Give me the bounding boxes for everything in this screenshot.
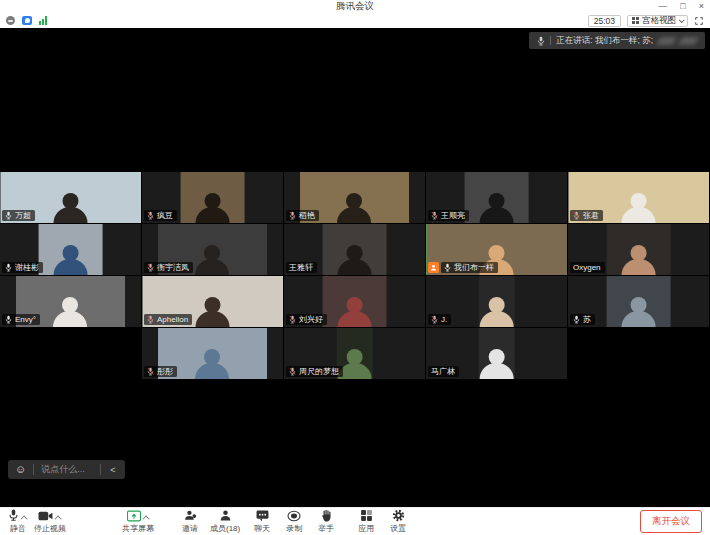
mic-muted-icon — [147, 367, 154, 376]
participant-tile[interactable]: 王雅轩 — [284, 224, 425, 275]
participant-name: 王顺亮 — [441, 211, 465, 220]
participant-label: 万超 — [2, 210, 35, 221]
participant-tile[interactable]: 疯豆 — [142, 172, 283, 223]
emoji-icon[interactable]: ☺ — [15, 460, 26, 479]
mic-muted-icon — [573, 211, 580, 220]
participant-label: 刘兴好 — [286, 314, 327, 325]
mic-muted-icon — [431, 211, 438, 220]
silhouette-body — [621, 311, 655, 327]
participant-label: 我们布一样 — [428, 262, 498, 273]
chat-button[interactable]: 聊天 — [254, 510, 270, 533]
silhouette-body — [621, 259, 655, 275]
participant-tile[interactable]: Oxygen — [568, 224, 709, 275]
participant-tile[interactable]: 彤彤 — [142, 328, 283, 379]
participant-name: 疯豆 — [157, 211, 173, 220]
participant-tile[interactable]: 谢桂彬 — [0, 224, 141, 275]
video-feed — [478, 276, 515, 327]
meeting-header-bar: 25:03 宫格视图 — [0, 13, 710, 28]
video-feed — [478, 328, 515, 379]
participant-tile[interactable]: 王顺亮 — [426, 172, 567, 223]
network-signal-icon[interactable] — [39, 16, 47, 25]
participant-label: Oxygen — [570, 262, 605, 273]
participant-name: 万超 — [15, 211, 31, 220]
host-badge-icon — [428, 262, 439, 273]
silhouette-body — [337, 259, 371, 275]
participant-name: 衡宇洁凤 — [157, 263, 189, 272]
blurred-name — [678, 37, 699, 45]
record-button[interactable]: 录制 — [286, 510, 302, 533]
chevron-down-icon — [679, 17, 685, 23]
window-controls: — □ × — [658, 0, 704, 13]
participant-tile[interactable]: Aphelion — [142, 276, 283, 327]
security-shield-icon[interactable] — [22, 16, 32, 25]
participant-tile[interactable]: 刘兴好 — [284, 276, 425, 327]
close-button[interactable]: × — [699, 0, 704, 13]
participant-label: 谢桂彬 — [2, 262, 43, 273]
invite-button[interactable]: 邀请 — [182, 510, 198, 533]
silhouette-body — [479, 207, 513, 223]
participant-tile[interactable]: 张君 — [568, 172, 709, 223]
mic-on-icon — [5, 263, 12, 272]
stop-video-button[interactable]: 停止视频 — [34, 510, 66, 533]
blurred-name — [656, 37, 677, 45]
members-button[interactable]: 成员(18) — [210, 510, 240, 533]
participant-name: 周尺的梦想 — [299, 367, 339, 376]
chat-input[interactable]: 说点什么... — [41, 463, 93, 476]
meeting-info-icon[interactable] — [6, 16, 15, 25]
silhouette-body — [195, 207, 229, 223]
video-feed — [180, 172, 245, 223]
share-screen-button[interactable]: 共享屏幕 — [122, 510, 154, 533]
silhouette-body — [480, 363, 514, 379]
collapse-chat-button[interactable]: < — [108, 465, 117, 475]
video-stage: 正在讲话: 我们布一样; 苏; 万超 — [0, 28, 710, 507]
video-feed — [606, 224, 671, 275]
participant-label: 稻艳 — [286, 210, 319, 221]
speaking-status-text: 正在讲话: 我们布一样; 苏; — [556, 35, 653, 47]
silhouette-body — [196, 311, 230, 327]
fullscreen-icon[interactable] — [694, 16, 704, 26]
participant-tile[interactable]: 衡宇洁凤 — [142, 224, 283, 275]
participant-name: 张君 — [583, 211, 599, 220]
participant-tile[interactable]: 万超 — [0, 172, 141, 223]
video-feed — [464, 172, 529, 223]
settings-button[interactable]: 设置 — [390, 510, 406, 533]
participant-name: 我们布一样 — [454, 263, 494, 272]
participant-label: 周尺的梦想 — [286, 366, 343, 377]
participant-name: 稻艳 — [299, 211, 315, 220]
participant-tile[interactable]: 我们布一样 — [426, 224, 567, 275]
apps-button[interactable]: 应用 — [358, 510, 374, 533]
participant-tile[interactable]: 苏 — [568, 276, 709, 327]
raise-hand-button[interactable]: 举手 — [318, 510, 334, 533]
participant-label: 苏 — [570, 314, 595, 325]
mic-muted-icon — [147, 263, 154, 272]
chevron-up-icon[interactable] — [142, 515, 149, 522]
participant-name: 彤彤 — [157, 367, 173, 376]
participant-tile[interactable]: 稻艳 — [284, 172, 425, 223]
video-feed — [322, 224, 387, 275]
mic-muted-icon — [147, 315, 154, 324]
participant-tile[interactable]: J. — [426, 276, 567, 327]
mic-on-icon — [5, 211, 12, 220]
participant-label: 王雅轩 — [286, 262, 317, 273]
mute-button[interactable]: 静音 — [8, 510, 28, 533]
participant-name: 刘兴好 — [299, 315, 323, 324]
window-title: 腾讯会议 — [336, 0, 374, 13]
leave-meeting-button[interactable]: 离开会议 — [640, 510, 702, 533]
maximize-button[interactable]: □ — [680, 0, 685, 13]
chat-quick-bar: ☺ 说点什么... < — [8, 460, 125, 479]
mic-icon — [537, 36, 545, 46]
view-mode-selector[interactable]: 宫格视图 — [627, 15, 688, 27]
silhouette-body — [53, 259, 87, 275]
meeting-timer: 25:03 — [588, 15, 621, 27]
participant-tile[interactable]: Envy° — [0, 276, 141, 327]
chevron-up-icon[interactable] — [55, 515, 62, 522]
mic-muted-icon — [289, 367, 296, 376]
mic-on-icon — [573, 315, 580, 324]
minimize-button[interactable]: — — [658, 0, 667, 13]
mic-muted-icon — [289, 315, 296, 324]
participant-tile[interactable]: 周尺的梦想 — [284, 328, 425, 379]
chevron-up-icon[interactable] — [21, 515, 28, 522]
participant-tile[interactable]: 马广林 — [426, 328, 567, 379]
speaking-status-pill: 正在讲话: 我们布一样; 苏; — [529, 32, 705, 49]
participant-name: Aphelion — [157, 315, 188, 324]
